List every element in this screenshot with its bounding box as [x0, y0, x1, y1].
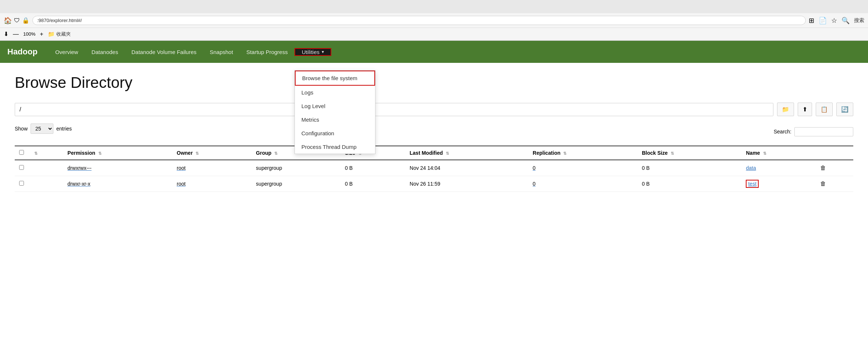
navbar-brand[interactable]: Hadoop	[7, 47, 38, 57]
nav-utilities-dropdown: Utilities ▾ Browse the file system Logs …	[294, 48, 331, 56]
row2-delete[interactable]: 🗑	[816, 176, 853, 192]
row1-owner: root	[172, 160, 251, 176]
row2-checkbox[interactable]	[19, 181, 24, 186]
row2-block-size: 0 B	[638, 176, 742, 192]
search-icon[interactable]: 🔍	[841, 17, 850, 25]
col-permission[interactable]: Permission ⇅	[63, 146, 172, 160]
row1-name-link[interactable]: data	[746, 165, 756, 171]
search-label: Search:	[774, 129, 791, 135]
row1-delete[interactable]: 🗑	[816, 160, 853, 176]
row1-sort	[28, 160, 63, 176]
row2-replication: 0	[528, 176, 638, 192]
folder-icon: 📁	[48, 31, 55, 37]
plus-icon[interactable]: +	[40, 31, 43, 37]
extensions-icon[interactable]: ⊞	[809, 17, 814, 25]
col-last-modified[interactable]: Last Modified ⇅	[405, 146, 528, 160]
table-header-row: ⇅ Permission ⇅ Owner ⇅ Group ⇅ Size ⇅ La…	[15, 146, 853, 160]
nav-datanode-volume-failures[interactable]: Datanode Volume Failures	[125, 41, 203, 63]
path-input[interactable]	[15, 103, 773, 116]
col-actions	[816, 146, 853, 160]
browser-chrome: 🏠 🛡 🔒 :9870/explorer.html#/ ⊞ 📄 ☆ 🔍 搜索 ⬇…	[0, 0, 868, 41]
bookmark-icon[interactable]: 📄	[819, 17, 827, 25]
tab-bar	[0, 0, 868, 13]
show-row: Show 10 25 50 100 entries	[15, 124, 72, 134]
dropdown-configuration[interactable]: Configuration	[295, 126, 375, 140]
star-icon[interactable]: ☆	[831, 17, 837, 25]
row2-size: 0 B	[341, 176, 405, 192]
col-replication[interactable]: Replication ⇅	[528, 146, 638, 160]
address-bar: 🏠 🛡 🔒 :9870/explorer.html#/ ⊞ 📄 ☆ 🔍 搜索	[0, 13, 868, 28]
upload-button[interactable]: ⬆	[798, 103, 812, 116]
browser-search-label: 搜索	[854, 17, 864, 24]
dropdown-log-level[interactable]: Log Level	[295, 99, 375, 113]
nav-startup-progress[interactable]: Startup Progress	[240, 41, 294, 63]
row1-group: supergroup	[251, 160, 341, 176]
search-input[interactable]	[794, 127, 853, 136]
entries-controls: Show 10 25 50 100 entries Search:	[15, 124, 853, 140]
dropdown-logs[interactable]: Logs	[295, 86, 375, 99]
dropdown-chevron-icon: ▾	[322, 49, 324, 54]
col-name[interactable]: Name ⇅	[741, 146, 815, 160]
dropdown-metrics[interactable]: Metrics	[295, 113, 375, 126]
lock-icon: 🔒	[22, 17, 29, 24]
row1-replication: 0	[528, 160, 638, 176]
col-checkbox	[15, 146, 28, 160]
show-label: Show	[15, 126, 28, 132]
address-input[interactable]: :9870/explorer.html#/	[32, 16, 806, 25]
nav-snapshot[interactable]: Snapshot	[203, 41, 240, 63]
shield-icon: 🛡	[14, 17, 20, 24]
row2-sort	[28, 176, 63, 192]
row2-group: supergroup	[251, 176, 341, 192]
home-icon[interactable]: 🏠	[4, 17, 12, 25]
nav-overview[interactable]: Overview	[49, 41, 85, 63]
search-row: Search:	[774, 127, 853, 136]
select-all-checkbox[interactable]	[19, 150, 24, 155]
row2-name[interactable]: test	[741, 176, 815, 192]
minus-icon[interactable]: —	[13, 31, 19, 37]
row2-delete-button[interactable]: 🗑	[820, 180, 826, 187]
refresh-button[interactable]: 🔄	[836, 103, 853, 116]
list-button[interactable]: 📋	[816, 103, 833, 116]
row2-owner: root	[172, 176, 251, 192]
row2-last-modified: Nov 26 11:59	[405, 176, 528, 192]
bookmarks-bar: ⬇ — 100% + 📁 收藏夾	[0, 28, 868, 40]
row1-checkbox[interactable]	[19, 165, 24, 170]
nav-utilities[interactable]: Utilities ▾	[294, 48, 331, 56]
folder-button[interactable]: 📁	[777, 103, 794, 116]
utilities-label: Utilities	[302, 49, 320, 55]
dropdown-browse-fs[interactable]: Browse the file system	[295, 71, 375, 86]
row1-delete-button[interactable]: 🗑	[820, 165, 826, 171]
files-table: ⇅ Permission ⇅ Owner ⇅ Group ⇅ Size ⇅ La…	[15, 146, 853, 192]
bookmark-label: 收藏夾	[56, 31, 71, 37]
row1-size: 0 B	[341, 160, 405, 176]
col-owner[interactable]: Owner ⇅	[172, 146, 251, 160]
table-row: drwxrwx--- root supergroup 0 B Nov 24 14…	[15, 160, 853, 176]
bookmark-folder[interactable]: 📁 收藏夾	[48, 31, 71, 37]
dropdown-process-thread-dump[interactable]: Process Thread Dump	[295, 140, 375, 154]
col-block-size[interactable]: Block Size ⇅	[638, 146, 742, 160]
navbar: Hadoop Overview Datanodes Datanode Volum…	[0, 41, 868, 63]
row1-last-modified: Nov 24 14:04	[405, 160, 528, 176]
path-row: 📁 ⬆ 📋 🔄	[15, 103, 853, 116]
navbar-links: Overview Datanodes Datanode Volume Failu…	[49, 41, 331, 63]
col-sort[interactable]: ⇅	[28, 146, 63, 160]
row2-checkbox-cell	[15, 176, 28, 192]
table-row: drwxr-xr-x root supergroup 0 B Nov 26 11…	[15, 176, 853, 192]
row1-permission: drwxrwx---	[63, 160, 172, 176]
download-icon[interactable]: ⬇	[4, 31, 8, 37]
utilities-dropdown-menu: Browse the file system Logs Log Level Me…	[294, 70, 375, 154]
row2-permission: drwxr-xr-x	[63, 176, 172, 192]
row1-block-size: 0 B	[638, 160, 742, 176]
nav-icons: 🏠 🛡 🔒	[4, 17, 29, 25]
entries-label: entries	[56, 126, 72, 132]
page-content: Browse Directory 📁 ⬆ 📋 🔄 Show 10 25 50 1…	[0, 63, 868, 203]
zoom-level: 100%	[23, 31, 35, 37]
page-title: Browse Directory	[15, 74, 853, 92]
row1-name[interactable]: data	[741, 160, 815, 176]
row2-name-link[interactable]: test	[746, 180, 759, 188]
row1-checkbox-cell	[15, 160, 28, 176]
nav-datanodes[interactable]: Datanodes	[85, 41, 125, 63]
show-select[interactable]: 10 25 50 100	[31, 124, 53, 134]
